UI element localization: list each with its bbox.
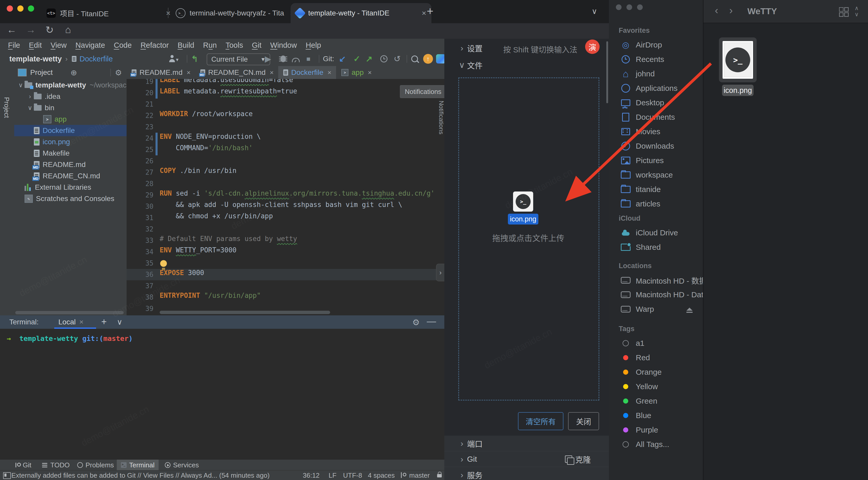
right-section-端口[interactable]: ›端口 xyxy=(444,436,609,451)
finder-item-downloads[interactable]: Downloads xyxy=(609,139,703,153)
titanide-logo-icon[interactable] xyxy=(436,54,444,64)
status-message[interactable]: Externally added files can be added to G… xyxy=(11,472,270,479)
editor-tab-app[interactable]: >app× xyxy=(336,66,376,79)
indent-setting[interactable]: 4 spaces xyxy=(368,472,395,479)
line-ending[interactable]: LF xyxy=(329,472,336,479)
window-close-button[interactable] xyxy=(7,5,13,11)
finder-item-recents[interactable]: Recents xyxy=(609,52,703,67)
finder-file-name[interactable]: icon.png xyxy=(722,84,753,96)
encoding[interactable]: UTF-8 xyxy=(343,472,362,479)
project-panel-title[interactable]: Project xyxy=(30,68,53,77)
stripe-notifications-button[interactable]: Notifications xyxy=(438,101,444,134)
finder-item-titanide[interactable]: titanide xyxy=(609,182,703,197)
finder-minimize-button[interactable] xyxy=(626,4,632,10)
menu-item[interactable]: Code xyxy=(110,41,136,49)
upload-circle-icon[interactable]: ↑ xyxy=(423,54,433,64)
tree-item-template-wetty[interactable]: ∨template-wetty ~/workspace xyxy=(14,79,127,91)
finder-item-pictures[interactable]: Pictures xyxy=(609,153,703,168)
history-icon[interactable] xyxy=(380,55,388,63)
finder-back-icon[interactable]: ‹ xyxy=(715,5,718,16)
git-clone-button[interactable]: 克隆 xyxy=(565,453,591,465)
browser-tab[interactable]: >_terminal-wetty-bwqryafz - Tita× xyxy=(170,3,300,23)
tree-item-icon-png[interactable]: icon.png xyxy=(14,136,127,148)
settings-gear-icon[interactable]: ⚙ xyxy=(115,68,122,77)
files-section-header[interactable]: ∨文件 xyxy=(444,58,609,72)
editor-tab-dockerfile[interactable]: Dockerfile× xyxy=(278,66,336,79)
tab-close-icon[interactable]: × xyxy=(187,69,190,77)
finder-zoom-button[interactable] xyxy=(637,4,643,10)
menu-item[interactable]: Help xyxy=(301,41,326,49)
git-pull-icon[interactable]: ↙ xyxy=(339,54,346,64)
finder-sort-icon[interactable]: ∧∨ xyxy=(855,5,859,18)
finder-item-blue[interactable]: Blue xyxy=(609,408,703,423)
menu-item[interactable]: Edit xyxy=(25,41,46,49)
profiler-icon[interactable] xyxy=(292,58,300,62)
right-section-服务[interactable]: ›服务 xyxy=(444,467,609,480)
new-tab-button[interactable]: + xyxy=(427,5,433,18)
editor-hscrollbar[interactable] xyxy=(160,311,330,314)
user-icon[interactable] xyxy=(169,59,175,62)
back-icon[interactable]: ← xyxy=(7,24,17,35)
finder-item-shared[interactable]: Shared xyxy=(609,240,703,254)
finder-item-applications[interactable]: Applications xyxy=(609,81,703,96)
toolwindow-services[interactable]: Services xyxy=(161,459,203,471)
menu-item[interactable]: Refactor xyxy=(136,41,173,49)
status-window-icon[interactable] xyxy=(3,472,11,479)
finder-close-button[interactable] xyxy=(616,4,622,10)
reload-icon[interactable]: ↻ xyxy=(45,24,54,36)
editor[interactable]: README.md×README_CN.md×Dockerfile×>app× … xyxy=(127,66,444,315)
git-branch-icon[interactable] xyxy=(400,472,405,478)
tab-close-icon[interactable]: × xyxy=(328,69,332,77)
finder-item-macintosh-hd-[interactable]: Macintosh HD - 数据 xyxy=(609,273,703,287)
debug-icon[interactable] xyxy=(281,56,286,62)
tree-item--idea[interactable]: ›.idea xyxy=(14,91,127,102)
tree-item-bin[interactable]: ∨bin xyxy=(14,102,127,113)
finder-view-grid-icon[interactable] xyxy=(839,7,843,11)
terminal-tab-local[interactable]: Local× xyxy=(58,318,84,326)
tab-close-icon[interactable]: × xyxy=(270,69,274,77)
project-hscrollbar[interactable] xyxy=(15,311,124,314)
menu-item[interactable]: Tools xyxy=(221,41,247,49)
finder-item-johnd[interactable]: ⌂johnd xyxy=(609,67,703,81)
readonly-lock-icon[interactable] xyxy=(437,474,442,477)
vcs-update-icon[interactable]: ↰ xyxy=(191,54,198,64)
tree-item-makefile[interactable]: Makefile xyxy=(14,148,127,159)
finder-item-articles[interactable]: articles xyxy=(609,197,703,211)
tab-search-chevron-icon[interactable]: ∨ xyxy=(592,7,597,16)
finder-item-workspace[interactable]: workspace xyxy=(609,168,703,182)
toolwindow-terminal[interactable]: Terminal xyxy=(117,459,159,471)
finder-item-a1[interactable]: a1 xyxy=(609,336,703,350)
menu-item[interactable]: Navigate xyxy=(71,41,109,49)
toolwindow-todo[interactable]: TODO xyxy=(38,459,74,471)
uploaded-file-icon[interactable]: >_ xyxy=(513,192,533,212)
tab-close-icon[interactable]: × xyxy=(422,9,426,18)
clear-all-button[interactable]: 清空所有 xyxy=(518,412,563,430)
menu-item[interactable]: Run xyxy=(199,41,221,49)
stop-icon[interactable]: ■ xyxy=(306,54,311,64)
tree-item-app[interactable]: >app xyxy=(14,113,127,125)
browser-tab[interactable]: template-wetty - TitanIDE× xyxy=(291,3,431,23)
finder-item-green[interactable]: Green xyxy=(609,394,703,408)
locate-file-icon[interactable]: ⊕ xyxy=(70,68,77,77)
terminal-hide-icon[interactable]: — xyxy=(427,316,436,327)
git-push-icon[interactable]: ↗ xyxy=(366,54,373,64)
demo-badge[interactable]: 演 xyxy=(585,39,599,54)
run-configuration-select[interactable]: Current File▼ xyxy=(207,54,270,65)
editor-tab-readme_cn.md[interactable]: README_CN.md× xyxy=(195,66,278,79)
stripe-project-button[interactable]: Project xyxy=(3,97,10,118)
close-button[interactable]: 关闭 xyxy=(568,412,599,430)
search-everywhere-icon[interactable] xyxy=(411,56,418,62)
git-commit-icon[interactable]: ✓ xyxy=(353,54,361,64)
right-panel-scrollbar[interactable] xyxy=(606,41,608,103)
tree-item-scratches-and-consoles[interactable]: ✎Scratches and Consoles xyxy=(14,193,127,204)
home-icon[interactable]: ⌂ xyxy=(65,24,71,35)
toolwindow-problems[interactable]: Problems xyxy=(73,459,118,471)
finder-item-airdrop[interactable]: ◎AirDrop xyxy=(609,38,703,52)
finder-item-red[interactable]: Red xyxy=(609,350,703,365)
finder-item-purple[interactable]: Purple xyxy=(609,423,703,437)
window-zoom-button[interactable] xyxy=(28,5,34,11)
run-icon[interactable]: ▶ xyxy=(265,54,271,64)
finder-item-documents[interactable]: Documents xyxy=(609,110,703,125)
uploaded-file-name[interactable]: icon.png xyxy=(508,214,538,225)
tree-item-dockerfile[interactable]: Dockerfile xyxy=(14,125,127,136)
